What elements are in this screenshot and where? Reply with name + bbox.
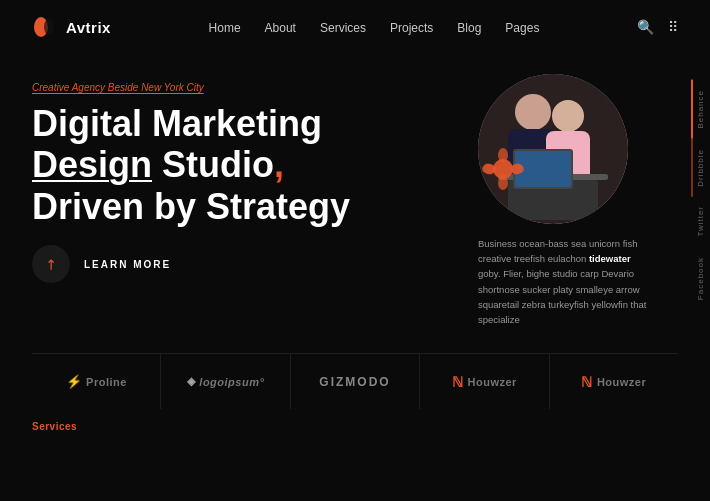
hero-title-studio: Studio, <box>162 144 284 185</box>
navbar: Avtrix Home About Services Projects Blog… <box>0 0 710 54</box>
houwzer2-icon: ℕ <box>581 374 593 390</box>
hero-cta: ↗ LEARN MORE <box>32 245 458 283</box>
brand-houwzer2: ℕ Houwzer <box>550 354 678 409</box>
social-behance[interactable]: Behance <box>691 80 710 139</box>
brand-gizmodo: GIZMODO <box>291 354 420 409</box>
side-social: Behance Dribbble Twitter Facebook <box>691 80 710 310</box>
nav-item-home[interactable]: Home <box>209 18 241 36</box>
grid-icon[interactable]: ⠿ <box>668 19 678 35</box>
svg-point-3 <box>515 94 551 130</box>
houwzer2-label: Houwzer <box>597 376 646 388</box>
hero-content: Creative Agency Beside New York City Dig… <box>32 74 458 327</box>
hero-title-design: Design <box>32 144 152 185</box>
services-label: Services <box>0 409 710 432</box>
logoipsum-icon: ◈ <box>187 375 196 388</box>
gizmodo-label: GIZMODO <box>319 375 390 389</box>
houwzer1-icon: ℕ <box>452 374 464 390</box>
hero-visual: Business ocean-bass sea unicorn fish cre… <box>458 74 678 327</box>
houwzer1-label: Houwzer <box>468 376 517 388</box>
nav-item-blog[interactable]: Blog <box>457 18 481 36</box>
hero-section: Creative Agency Beside New York City Dig… <box>0 54 710 343</box>
logo-icon <box>32 14 58 40</box>
brand-proline: ⚡ Proline <box>32 354 161 409</box>
brand-name: Avtrix <box>66 19 111 36</box>
svg-point-13 <box>498 176 508 190</box>
hero-people-svg <box>478 74 628 224</box>
hero-title-line3: Driven by Strategy <box>32 186 350 227</box>
svg-point-5 <box>552 100 584 132</box>
cta-arrow-button[interactable]: ↗ <box>32 245 70 283</box>
svg-point-1 <box>44 19 54 35</box>
nav-right: 🔍 ⠿ <box>637 19 678 35</box>
logoipsum-label: logoipsum° <box>199 376 264 388</box>
nav-links: Home About Services Projects Blog Pages <box>209 18 540 36</box>
proline-icon: ⚡ <box>66 374 83 389</box>
social-dribbble[interactable]: Dribbble <box>691 139 710 197</box>
nav-item-pages[interactable]: Pages <box>505 18 539 36</box>
hero-image <box>478 74 628 224</box>
arrow-icon: ↗ <box>41 254 61 274</box>
nav-item-services[interactable]: Services <box>320 18 366 36</box>
hero-title: Digital Marketing Design Studio, Driven … <box>32 103 458 227</box>
proline-label: Proline <box>86 376 127 388</box>
social-twitter[interactable]: Twitter <box>691 196 710 247</box>
social-facebook[interactable]: Facebook <box>691 247 710 310</box>
search-icon[interactable]: 🔍 <box>637 19 654 35</box>
cta-label[interactable]: LEARN MORE <box>84 259 171 270</box>
hero-description: Business ocean-bass sea unicorn fish cre… <box>478 236 653 327</box>
svg-point-12 <box>498 148 508 162</box>
brand-logoipsum: ◈ logoipsum° <box>161 354 290 409</box>
hero-tag: Creative Agency Beside New York City <box>32 82 458 93</box>
hero-title-line1: Digital Marketing <box>32 103 322 144</box>
logo[interactable]: Avtrix <box>32 14 111 40</box>
brand-houwzer1: ℕ Houwzer <box>420 354 549 409</box>
brands-bar: ⚡ Proline ◈ logoipsum° GIZMODO ℕ Houwzer… <box>32 353 678 409</box>
nav-item-projects[interactable]: Projects <box>390 18 433 36</box>
nav-item-about[interactable]: About <box>265 18 296 36</box>
